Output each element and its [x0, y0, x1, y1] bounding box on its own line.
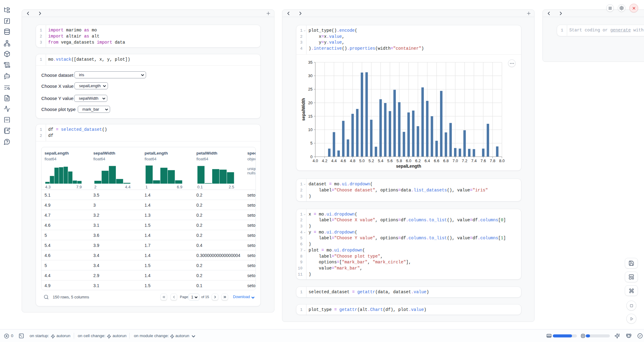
svg-text:7.0: 7.0	[453, 159, 458, 163]
svg-text:5.0: 5.0	[359, 159, 365, 163]
svg-text:5.4: 5.4	[378, 159, 383, 163]
svg-text:5.8: 5.8	[396, 159, 402, 163]
svg-text:7.8: 7.8	[490, 159, 495, 163]
svg-text:7.4: 7.4	[471, 159, 477, 163]
svg-text:15: 15	[308, 114, 313, 119]
svg-text:4.4: 4.4	[331, 159, 337, 163]
svg-text:7.6: 7.6	[481, 159, 486, 163]
svg-text:25: 25	[308, 87, 313, 91]
svg-text:20: 20	[308, 101, 313, 105]
svg-text:6.2: 6.2	[415, 159, 421, 163]
svg-text:10: 10	[308, 127, 313, 132]
svg-text:30: 30	[308, 73, 313, 78]
svg-text:6.6: 6.6	[434, 159, 439, 163]
svg-text:6.8: 6.8	[443, 159, 449, 163]
svg-text:5: 5	[310, 141, 313, 145]
svg-text:5.6: 5.6	[387, 159, 393, 163]
svg-text:sepalLength: sepalLength	[396, 164, 421, 169]
svg-text:8.0: 8.0	[499, 159, 505, 163]
svg-text:4.0: 4.0	[313, 159, 318, 163]
svg-text:6.0: 6.0	[406, 159, 411, 163]
svg-text:4.2: 4.2	[322, 159, 327, 163]
svg-text:0: 0	[310, 155, 313, 159]
svg-text:6.4: 6.4	[424, 159, 430, 163]
svg-text:4.6: 4.6	[341, 159, 346, 163]
svg-text:sepalWidth: sepalWidth	[301, 98, 306, 121]
svg-text:35: 35	[308, 60, 313, 65]
svg-text:7.2: 7.2	[462, 159, 467, 163]
svg-text:4.8: 4.8	[350, 159, 355, 163]
svg-text:5.2: 5.2	[369, 159, 374, 163]
